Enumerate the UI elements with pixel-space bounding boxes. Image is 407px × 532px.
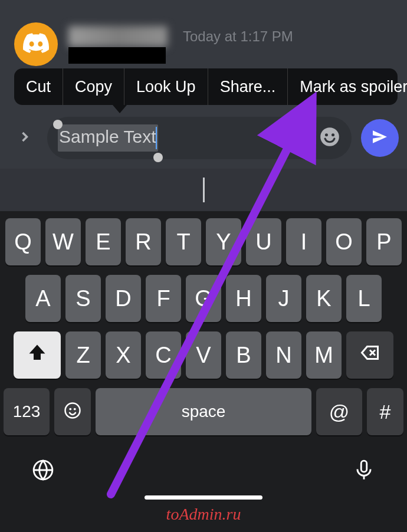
key-d[interactable]: D [106, 275, 141, 322]
menu-share[interactable]: Share... [208, 68, 288, 105]
svg-point-5 [74, 408, 76, 410]
message-content-redacted [68, 47, 166, 64]
key-numbers[interactable]: 123 [4, 388, 50, 435]
menu-look-up[interactable]: Look Up [124, 68, 208, 105]
key-globe[interactable] [31, 459, 55, 484]
text-caret-icon [156, 127, 157, 149]
key-v[interactable]: V [186, 331, 221, 379]
key-i[interactable]: I [286, 218, 321, 265]
key-space[interactable]: space [96, 388, 311, 435]
globe-icon [32, 459, 54, 484]
key-n[interactable]: N [266, 331, 301, 379]
key-z[interactable]: Z [65, 331, 101, 379]
key-f[interactable]: F [146, 275, 181, 322]
key-dictation[interactable] [352, 459, 376, 484]
key-row-3: Z X C V B N M [4, 331, 403, 379]
key-y[interactable]: Y [206, 218, 241, 265]
key-hash[interactable]: # [367, 388, 403, 435]
autocomplete-caret-icon [203, 178, 205, 202]
key-c[interactable]: C [146, 331, 181, 379]
key-shift[interactable] [14, 331, 61, 379]
key-r[interactable]: R [126, 218, 161, 265]
message-input[interactable]: Sample Text [47, 117, 352, 159]
key-q[interactable]: Q [5, 218, 41, 265]
chevron-right-icon [17, 129, 33, 147]
input-text: Sample Text [59, 127, 156, 146]
key-row-4: 123 space @ # [4, 388, 403, 435]
avatar[interactable] [14, 22, 58, 66]
username-blurred [68, 26, 168, 47]
key-a[interactable]: A [25, 275, 61, 322]
key-o[interactable]: O [326, 218, 362, 265]
svg-point-3 [65, 403, 80, 418]
key-row-2: A S D F G H J K L [4, 275, 403, 322]
svg-point-0 [320, 127, 339, 146]
home-indicator[interactable] [145, 495, 262, 500]
key-t[interactable]: T [166, 218, 201, 265]
menu-copy[interactable]: Copy [63, 68, 124, 105]
shift-icon [27, 342, 48, 369]
key-l[interactable]: L [346, 275, 382, 322]
key-row-1: Q W E R T Y U I O P [4, 218, 403, 265]
key-backspace[interactable] [346, 331, 393, 379]
key-j[interactable]: J [266, 275, 301, 322]
smile-icon [319, 140, 341, 150]
expand-button[interactable] [12, 125, 38, 151]
text-context-menu: Cut Copy Look Up Share... Mark as spoile… [14, 68, 398, 105]
key-k[interactable]: K [306, 275, 342, 322]
selection-handle-start-icon[interactable] [53, 120, 63, 129]
keyboard-bottom-bar [4, 445, 403, 495]
key-b[interactable]: B [226, 331, 261, 379]
key-m[interactable]: M [306, 331, 342, 379]
selected-text: Sample Text [58, 124, 158, 152]
key-s[interactable]: S [65, 275, 101, 322]
key-at[interactable]: @ [316, 388, 362, 435]
watermark: toAdmin.ru [166, 505, 241, 524]
emoji-picker-button[interactable] [319, 126, 341, 150]
svg-point-1 [325, 133, 328, 136]
key-u[interactable]: U [246, 218, 281, 265]
onscreen-keyboard: Q W E R T Y U I O P A S D F G H J K L Z … [0, 211, 407, 532]
key-emoji[interactable] [54, 388, 91, 435]
menu-mark-as-spoiler[interactable]: Mark as spoiler [288, 68, 407, 105]
menu-tail-icon [113, 105, 127, 113]
key-g[interactable]: G [186, 275, 221, 322]
microphone-icon [353, 459, 375, 484]
send-icon [370, 127, 389, 149]
message-timestamp: Today at 1:17 PM [183, 28, 293, 45]
key-h[interactable]: H [226, 275, 261, 322]
menu-cut[interactable]: Cut [14, 68, 63, 105]
key-w[interactable]: W [45, 218, 81, 265]
key-p[interactable]: P [366, 218, 402, 265]
selection-handle-end-icon[interactable] [153, 153, 163, 162]
send-button[interactable] [361, 119, 399, 157]
message-input-row: Sample Text [0, 117, 407, 159]
svg-point-2 [331, 133, 334, 136]
svg-rect-7 [361, 461, 367, 472]
key-x[interactable]: X [106, 331, 141, 379]
key-e[interactable]: E [86, 218, 121, 265]
message-header: Today at 1:17 PM [0, 0, 407, 66]
autocomplete-strip[interactable] [0, 169, 407, 211]
backspace-icon [359, 342, 380, 369]
discord-logo-icon [23, 30, 49, 58]
emoji-icon [64, 399, 81, 425]
svg-point-4 [69, 408, 71, 410]
